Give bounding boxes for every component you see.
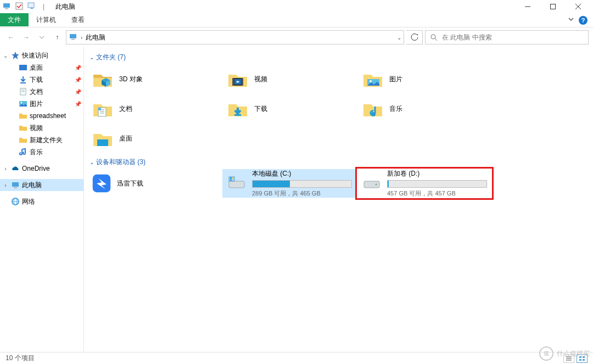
sidebar-item-pictures[interactable]: 图片 📌 <box>0 98 83 110</box>
folder-item-pictures[interactable]: 图片 <box>357 64 493 94</box>
videos-icon <box>19 124 27 132</box>
chevron-right-icon[interactable]: › <box>2 182 9 188</box>
qat-dropdown-icon[interactable] <box>27 2 36 12</box>
downloads-icon <box>227 98 249 120</box>
drive-label: 新加卷 (D:) <box>387 169 487 178</box>
nav-up-button[interactable]: ↑ <box>51 31 64 44</box>
svg-rect-43 <box>230 180 232 181</box>
search-icon <box>430 33 438 41</box>
drive-status: 289 GB 可用，共 465 GB <box>252 189 352 198</box>
nav-back-button[interactable]: ← <box>4 31 18 44</box>
svg-point-18 <box>21 102 23 104</box>
close-button[interactable] <box>566 0 591 13</box>
folder-item-music[interactable]: 音乐 <box>357 94 493 124</box>
pin-icon: 📌 <box>75 101 81 107</box>
minimize-button[interactable] <box>515 0 540 13</box>
window-controls <box>515 0 591 13</box>
svg-rect-34 <box>98 108 101 110</box>
chevron-right-icon[interactable]: › <box>2 166 9 172</box>
sidebar-item-documents[interactable]: 文档 📌 <box>0 86 83 98</box>
nav-forward-button[interactable]: → <box>20 31 33 44</box>
svg-rect-20 <box>14 187 17 188</box>
folder-item-downloads[interactable]: 下载 <box>222 94 357 124</box>
folders-grid: 3D 对象 视频 图片 文档 下载 <box>87 64 593 153</box>
onedrive-icon <box>11 164 20 173</box>
svg-rect-25 <box>232 78 234 86</box>
help-icon[interactable]: ? <box>579 16 588 25</box>
section-header-label: 设备和驱动器 (3) <box>96 158 146 167</box>
svg-point-36 <box>371 112 376 116</box>
folder-label: 视频 <box>254 75 267 84</box>
folder-item-videos[interactable]: 视频 <box>222 64 357 94</box>
sidebar-item-label: 图片 <box>30 99 43 109</box>
sidebar-item-label: 视频 <box>30 124 43 133</box>
svg-rect-12 <box>19 65 27 70</box>
sidebar-item-label: 此电脑 <box>22 181 42 190</box>
svg-rect-49 <box>579 356 581 358</box>
view-tiles-button[interactable] <box>577 354 588 363</box>
drives-row: 迅雷下载 本地磁盘 (C:) 289 GB 可用，共 465 GB <box>87 169 593 198</box>
breadcrumb-item[interactable]: 此电脑 <box>86 33 105 42</box>
ribbon: 文件 计算机 查看 ? <box>0 13 593 27</box>
navigation-pane: ⌄ 快速访问 桌面 📌 下载 📌 文档 📌 图片 📌 spreadsheet <box>0 47 83 352</box>
drive-usage-bar <box>252 180 352 188</box>
folder-icon <box>19 136 27 144</box>
disk-icon <box>362 173 382 193</box>
nav-recent-button[interactable] <box>35 31 48 44</box>
folder-item-3d-objects[interactable]: 3D 对象 <box>87 64 222 94</box>
svg-rect-52 <box>583 359 585 361</box>
sidebar-item-spreadsheet[interactable]: spreadsheet <box>0 110 83 122</box>
folder-label: 3D 对象 <box>119 75 143 84</box>
drive-item-d[interactable]: 新加卷 (D:) 457 GB 可用，共 457 GB <box>357 169 491 198</box>
sidebar-item-label: 桌面 <box>30 63 43 72</box>
star-icon <box>11 51 20 60</box>
breadcrumb[interactable]: › 此电脑 ⌄ <box>66 30 404 44</box>
sidebar-item-label: OneDrive <box>22 165 50 172</box>
drive-label: 本地磁盘 (C:) <box>252 169 352 178</box>
disk-icon <box>227 173 247 193</box>
sidebar-item-newfolder[interactable]: 新建文件夹 <box>0 134 83 146</box>
maximize-button[interactable] <box>540 0 566 13</box>
drive-item-xunlei[interactable]: 迅雷下载 <box>87 169 221 198</box>
tab-view[interactable]: 查看 <box>64 13 92 26</box>
chevron-down-icon[interactable]: ⌄ <box>2 53 9 59</box>
qat-checkbox-icon[interactable] <box>15 2 23 12</box>
drive-item-c[interactable]: 本地磁盘 (C:) 289 GB 可用，共 465 GB <box>222 169 356 198</box>
folder-label: 下载 <box>254 104 267 114</box>
folder-item-desktop[interactable]: 桌面 <box>87 124 222 153</box>
sidebar-item-videos[interactable]: 视频 <box>0 122 83 134</box>
ribbon-collapse-icon[interactable] <box>568 16 574 24</box>
sidebar-network[interactable]: 网络 <box>0 195 83 208</box>
chevron-right-icon[interactable]: › <box>81 35 82 41</box>
section-header-devices[interactable]: ⌄ 设备和驱动器 (3) <box>89 158 593 167</box>
svg-rect-19 <box>12 182 19 187</box>
search-input[interactable]: 在 此电脑 中搜索 <box>425 30 589 44</box>
file-tab[interactable]: 文件 <box>0 13 29 26</box>
sidebar-quick-access[interactable]: ⌄ 快速访问 <box>0 49 83 61</box>
section-header-folders[interactable]: ⌄ 文件夹 (7) <box>89 53 593 62</box>
sidebar-item-label: 文档 <box>30 87 43 97</box>
music-icon <box>19 148 27 156</box>
sidebar-item-desktop[interactable]: 桌面 📌 <box>0 61 83 74</box>
network-icon <box>11 197 20 206</box>
history-dropdown-icon[interactable]: ⌄ <box>397 35 401 41</box>
svg-rect-1 <box>5 8 8 9</box>
sidebar-this-pc[interactable]: › 此电脑 <box>0 179 83 191</box>
section-header-label: 文件夹 (7) <box>96 53 126 62</box>
refresh-button[interactable] <box>406 30 423 44</box>
folder-item-documents[interactable]: 文档 <box>87 94 222 124</box>
videos-icon <box>227 68 249 90</box>
sidebar-item-label: 下载 <box>30 75 43 85</box>
search-placeholder: 在 此电脑 中搜索 <box>442 33 492 42</box>
tab-computer[interactable]: 计算机 <box>29 13 64 26</box>
sidebar-onedrive[interactable]: › OneDrive <box>0 163 83 175</box>
pictures-icon <box>362 68 384 90</box>
view-details-button[interactable] <box>563 354 574 363</box>
sidebar-item-downloads[interactable]: 下载 📌 <box>0 74 83 86</box>
svg-rect-37 <box>97 139 108 146</box>
chevron-down-icon: ⌄ <box>89 54 94 60</box>
folder-icon <box>19 111 27 120</box>
svg-rect-41 <box>230 177 232 179</box>
desktop-icon <box>19 63 27 72</box>
sidebar-item-music[interactable]: 音乐 <box>0 146 83 158</box>
